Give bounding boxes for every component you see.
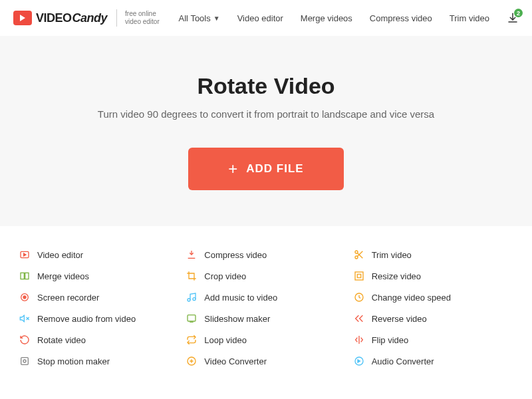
svg-point-13 bbox=[23, 360, 26, 362]
camera-icon bbox=[13, 11, 32, 25]
nav-all-tools-label: All Tools bbox=[179, 13, 211, 23]
tool-flip-video[interactable]: Flip video bbox=[353, 334, 513, 346]
svg-rect-11 bbox=[188, 315, 196, 321]
tool-rotate-video[interactable]: Rotate video bbox=[19, 334, 179, 346]
svg-point-2 bbox=[355, 256, 358, 259]
svg-rect-5 bbox=[355, 272, 363, 280]
tagline-line2: video editor bbox=[125, 18, 160, 26]
tool-video-converter[interactable]: Video Converter bbox=[186, 355, 346, 367]
tool-label: Screen recorder bbox=[37, 293, 99, 303]
tool-reverse-video[interactable]: Reverse video bbox=[353, 313, 513, 325]
tool-label: Loop video bbox=[204, 335, 247, 345]
logo-text: VIDEO Candy bbox=[36, 11, 107, 25]
tool-label: Add music to video bbox=[204, 293, 277, 303]
tool-loop-video[interactable]: Loop video bbox=[186, 334, 346, 346]
crop-icon bbox=[186, 270, 198, 282]
nav-video-editor-label: Video editor bbox=[237, 13, 283, 23]
tool-change-speed[interactable]: Change video speed bbox=[353, 291, 513, 303]
plus-icon: + bbox=[228, 161, 238, 177]
tool-label: Video Converter bbox=[204, 356, 267, 366]
nav-all-tools[interactable]: All Tools ▼ bbox=[179, 13, 220, 23]
tool-label: Change video speed bbox=[372, 293, 451, 303]
page-title: Rotate Video bbox=[13, 73, 519, 99]
video-converter-icon bbox=[186, 355, 198, 367]
nav: All Tools ▼ Video editor Merge videos Co… bbox=[179, 12, 519, 24]
hero: Rotate Video Turn video 90 degrees to co… bbox=[0, 36, 532, 226]
resize-icon bbox=[353, 270, 365, 282]
svg-rect-12 bbox=[21, 358, 29, 365]
logo-video: VIDEO bbox=[36, 11, 72, 25]
tool-stop-motion[interactable]: Stop motion maker bbox=[19, 355, 179, 367]
logo-candy: Candy bbox=[72, 11, 108, 25]
scissors-icon bbox=[353, 249, 365, 261]
svg-rect-4 bbox=[25, 273, 29, 279]
download-badge: 2 bbox=[514, 9, 523, 17]
tool-trim-video[interactable]: Trim video bbox=[353, 249, 513, 261]
nav-compress-video[interactable]: Compress video bbox=[370, 13, 432, 23]
audio-converter-icon bbox=[353, 355, 365, 367]
svg-point-1 bbox=[355, 251, 358, 253]
tool-remove-audio[interactable]: Remove audio from video bbox=[19, 313, 179, 325]
loop-icon bbox=[186, 334, 198, 346]
tool-label: Reverse video bbox=[372, 314, 427, 324]
add-file-label: ADD FILE bbox=[246, 162, 303, 176]
chevron-down-icon: ▼ bbox=[213, 15, 220, 22]
tool-label: Crop video bbox=[204, 271, 246, 281]
svg-point-8 bbox=[188, 299, 190, 301]
header: VIDEO Candy free online video editor All… bbox=[0, 0, 532, 36]
reverse-icon bbox=[353, 313, 365, 325]
svg-point-7 bbox=[23, 296, 26, 299]
compress-icon bbox=[186, 249, 198, 261]
slideshow-icon bbox=[186, 313, 198, 325]
merge-icon bbox=[19, 270, 31, 282]
tool-audio-converter[interactable]: Audio Converter bbox=[353, 355, 513, 367]
tool-video-editor[interactable]: Video editor bbox=[19, 249, 179, 261]
tool-label: Slideshow maker bbox=[204, 314, 270, 324]
video-editor-icon bbox=[19, 249, 31, 261]
download-button[interactable]: 2 bbox=[507, 12, 519, 24]
tool-compress-video[interactable]: Compress video bbox=[186, 249, 346, 261]
tool-label: Resize video bbox=[372, 271, 421, 281]
tagline-line1: free online bbox=[125, 10, 160, 18]
nav-merge-videos[interactable]: Merge videos bbox=[301, 13, 352, 23]
tool-resize-video[interactable]: Resize video bbox=[353, 270, 513, 282]
tool-label: Compress video bbox=[204, 250, 267, 260]
tool-screen-recorder[interactable]: Screen recorder bbox=[19, 291, 179, 303]
nav-trim-video[interactable]: Trim video bbox=[450, 13, 489, 23]
logo[interactable]: VIDEO Candy free online video editor bbox=[13, 9, 160, 27]
speed-icon bbox=[353, 291, 365, 303]
page-subtitle: Turn video 90 degrees to convert it from… bbox=[13, 108, 519, 120]
music-icon bbox=[186, 291, 198, 303]
tool-label: Remove audio from video bbox=[37, 314, 136, 324]
tool-label: Trim video bbox=[372, 250, 412, 260]
mute-icon bbox=[19, 313, 31, 325]
tool-label: Merge videos bbox=[37, 271, 89, 281]
tool-label: Audio Converter bbox=[372, 356, 434, 366]
nav-trim-video-label: Trim video bbox=[450, 13, 489, 23]
tool-crop-video[interactable]: Crop video bbox=[186, 270, 346, 282]
nav-merge-videos-label: Merge videos bbox=[301, 13, 352, 23]
tool-label: Stop motion maker bbox=[37, 356, 110, 366]
tool-label: Video editor bbox=[37, 250, 83, 260]
tool-label: Flip video bbox=[372, 335, 409, 345]
add-file-button[interactable]: + ADD FILE bbox=[188, 148, 343, 190]
nav-compress-video-label: Compress video bbox=[370, 13, 432, 23]
stop-motion-icon bbox=[19, 355, 31, 367]
svg-point-9 bbox=[193, 298, 196, 301]
tool-label: Rotate video bbox=[37, 335, 86, 345]
record-icon bbox=[19, 291, 31, 303]
tool-add-music[interactable]: Add music to video bbox=[186, 291, 346, 303]
svg-rect-3 bbox=[21, 273, 24, 279]
nav-video-editor[interactable]: Video editor bbox=[237, 13, 283, 23]
flip-icon bbox=[353, 334, 365, 346]
logo-divider bbox=[116, 9, 117, 27]
tools-grid: Video editor Compress video Trim video M… bbox=[0, 226, 532, 380]
tool-merge-videos[interactable]: Merge videos bbox=[19, 270, 179, 282]
logo-tagline: free online video editor bbox=[125, 10, 160, 26]
tool-slideshow-maker[interactable]: Slideshow maker bbox=[186, 313, 346, 325]
rotate-icon bbox=[19, 334, 31, 346]
